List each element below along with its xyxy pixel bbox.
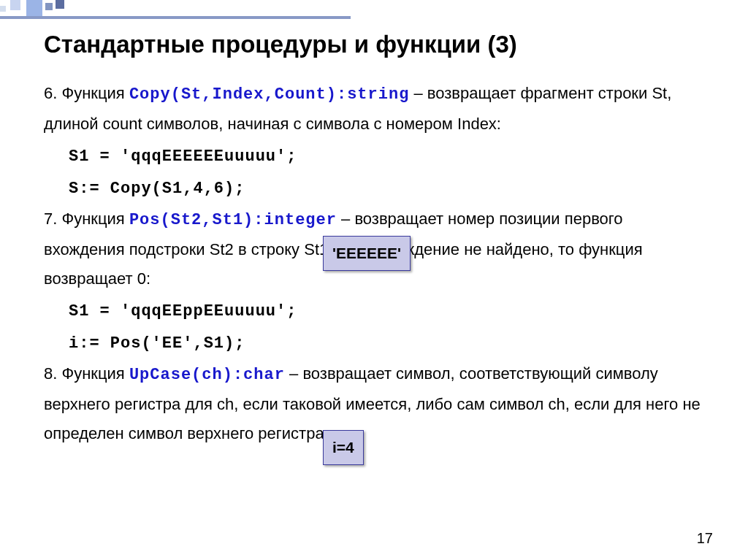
slide-content: 6. Функция Copy(St,Index,Count):string –… — [44, 79, 704, 448]
result-box: 'EEEEEE' — [323, 236, 411, 271]
item-8: 8. Функция UpCase(ch):char – возвращает … — [44, 359, 704, 448]
code-line: S1 = 'qqqEEEEEEuuuuu'; — [44, 141, 704, 172]
function-signature: UpCase(ch):char — [129, 366, 285, 384]
item-number: 6. — [44, 84, 57, 102]
item-lead: Функция — [57, 364, 129, 383]
corner-decoration-2 — [45, 0, 82, 15]
item-number: 8. — [44, 364, 57, 383]
item-lead: Функция — [57, 84, 129, 102]
code-line: i:= Pos('EE',S1); — [44, 328, 704, 358]
function-signature: Copy(St,Index,Count):string — [129, 85, 409, 104]
page-number: 17 — [697, 530, 713, 547]
slide: Стандартные процедуры и функции (3) 6. Ф… — [0, 0, 748, 560]
result-box: i=4 — [323, 430, 364, 465]
item-number: 7. — [44, 210, 57, 228]
item-lead: Функция — [57, 210, 129, 228]
item-6: 6. Функция Copy(St,Index,Count):string –… — [44, 79, 704, 138]
slide-title: Стандартные процедуры и функции (3) — [44, 31, 704, 58]
function-signature: Pos(St2,St1):integer — [129, 211, 337, 229]
code-line: S:= Copy(S1,4,6); — [44, 173, 704, 204]
code-line: S1 = 'qqqEEppEEuuuuu'; — [44, 296, 704, 326]
